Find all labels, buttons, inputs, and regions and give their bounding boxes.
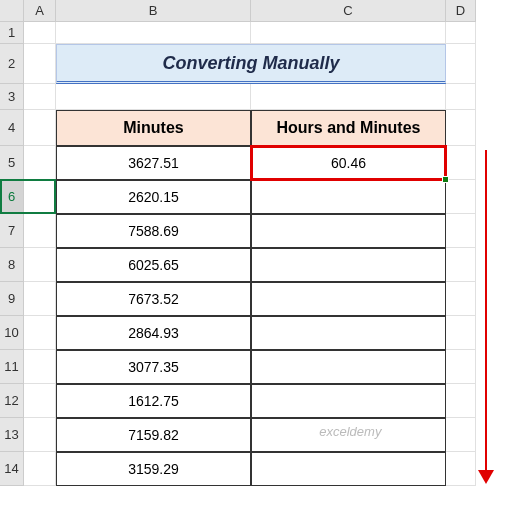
cell-d3[interactable] [446, 84, 476, 110]
row-header-5[interactable]: 5 [0, 146, 24, 180]
drag-arrow-line [485, 150, 487, 472]
cell-d4[interactable] [446, 110, 476, 146]
cell-d12[interactable] [446, 384, 476, 418]
cell-hours-12[interactable] [251, 384, 446, 418]
cell-hours-8[interactable] [251, 248, 446, 282]
cell-d13[interactable] [446, 418, 476, 452]
row-header-11[interactable]: 11 [0, 350, 24, 384]
row-header-14[interactable]: 14 [0, 452, 24, 486]
cell-a12[interactable] [24, 384, 56, 418]
cell-b1[interactable] [56, 22, 251, 44]
row-header-10[interactable]: 10 [0, 316, 24, 350]
cell-minutes-12[interactable]: 1612.75 [56, 384, 251, 418]
header-hours[interactable]: Hours and Minutes [251, 110, 446, 146]
row-header-4[interactable]: 4 [0, 110, 24, 146]
cell-d8[interactable] [446, 248, 476, 282]
col-header-a[interactable]: A [24, 0, 56, 22]
col-header-b[interactable]: B [56, 0, 251, 22]
cell-minutes-7[interactable]: 7588.69 [56, 214, 251, 248]
cell-minutes-14[interactable]: 3159.29 [56, 452, 251, 486]
cell-c3[interactable] [251, 84, 446, 110]
cell-hours-13[interactable] [251, 418, 446, 452]
cell-d7[interactable] [446, 214, 476, 248]
cell-d2[interactable] [446, 44, 476, 84]
cell-minutes-13[interactable]: 7159.82 [56, 418, 251, 452]
cell-a11[interactable] [24, 350, 56, 384]
cell-minutes-10[interactable]: 2864.93 [56, 316, 251, 350]
row-header-8[interactable]: 8 [0, 248, 24, 282]
cell-minutes-6[interactable]: 2620.15 [56, 180, 251, 214]
cell-minutes-11[interactable]: 3077.35 [56, 350, 251, 384]
row-header-13[interactable]: 13 [0, 418, 24, 452]
cell-a8[interactable] [24, 248, 56, 282]
cell-minutes-8[interactable]: 6025.65 [56, 248, 251, 282]
cell-hours-7[interactable] [251, 214, 446, 248]
cell-minutes-9[interactable]: 7673.52 [56, 282, 251, 316]
title-cell[interactable]: Converting Manually [56, 44, 446, 84]
cell-d6[interactable] [446, 180, 476, 214]
drag-arrow-head-icon [478, 470, 494, 484]
cell-hours-5[interactable]: 60.46 [251, 146, 446, 180]
cell-minutes-5[interactable]: 3627.51 [56, 146, 251, 180]
row-header-6[interactable]: 6 [0, 180, 24, 214]
cell-a9[interactable] [24, 282, 56, 316]
cell-a10[interactable] [24, 316, 56, 350]
cell-d10[interactable] [446, 316, 476, 350]
cell-a5[interactable] [24, 146, 56, 180]
cell-d14[interactable] [446, 452, 476, 486]
cell-a3[interactable] [24, 84, 56, 110]
cell-d1[interactable] [446, 22, 476, 44]
row-header-12[interactable]: 12 [0, 384, 24, 418]
cell-hours-14[interactable] [251, 452, 446, 486]
row-header-7[interactable]: 7 [0, 214, 24, 248]
select-all-corner[interactable] [0, 0, 24, 22]
row-header-9[interactable]: 9 [0, 282, 24, 316]
cell-a13[interactable] [24, 418, 56, 452]
cell-hours-6[interactable] [251, 180, 446, 214]
cell-a2[interactable] [24, 44, 56, 84]
cell-b3[interactable] [56, 84, 251, 110]
col-header-d[interactable]: D [446, 0, 476, 22]
cell-a7[interactable] [24, 214, 56, 248]
col-header-c[interactable]: C [251, 0, 446, 22]
cell-d5[interactable] [446, 146, 476, 180]
cell-a14[interactable] [24, 452, 56, 486]
fill-handle[interactable] [442, 176, 449, 183]
cell-hours-10[interactable] [251, 316, 446, 350]
row-header-2[interactable]: 2 [0, 44, 24, 84]
cell-d9[interactable] [446, 282, 476, 316]
row-header-1[interactable]: 1 [0, 22, 24, 44]
cell-hours-9[interactable] [251, 282, 446, 316]
cell-hours-11[interactable] [251, 350, 446, 384]
header-minutes[interactable]: Minutes [56, 110, 251, 146]
cell-c1[interactable] [251, 22, 446, 44]
cell-a6[interactable] [24, 180, 56, 214]
row-header-3[interactable]: 3 [0, 84, 24, 110]
cell-a1[interactable] [24, 22, 56, 44]
cell-d11[interactable] [446, 350, 476, 384]
cell-a4[interactable] [24, 110, 56, 146]
